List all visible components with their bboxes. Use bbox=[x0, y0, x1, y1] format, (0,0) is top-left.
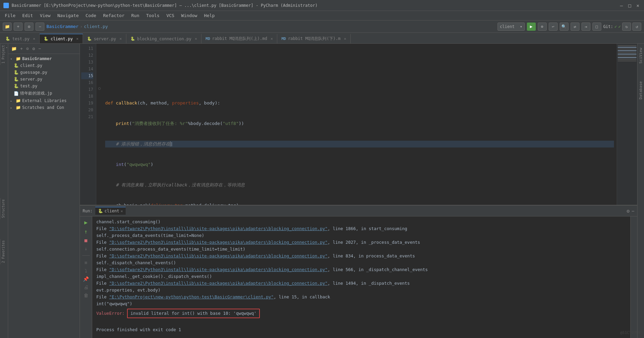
maximize-button[interactable]: □ bbox=[627, 3, 632, 8]
proj-btn-folder[interactable]: 📁 bbox=[10, 45, 18, 52]
proj-btn-collapse[interactable]: − bbox=[37, 45, 42, 52]
nav-btn-2[interactable]: ↩ bbox=[549, 23, 558, 31]
git-check2[interactable]: ✓ bbox=[618, 24, 621, 29]
run-link-2[interactable]: "D:\software2\Python3\install\lib\site-p… bbox=[109, 240, 328, 245]
tree-icon-guessage: 🐍 bbox=[14, 70, 19, 75]
structure-activity-label[interactable]: Structure bbox=[0, 198, 6, 219]
menu-view[interactable]: View bbox=[37, 12, 54, 19]
menu-run[interactable]: Run bbox=[128, 12, 143, 19]
run-link-4[interactable]: "D:\software2\Python3\install\lib\site-p… bbox=[109, 267, 328, 272]
menu-help[interactable]: Help bbox=[201, 12, 218, 19]
tab-icon-client: 🐍 bbox=[44, 37, 48, 41]
tab-close-md2[interactable]: ✕ bbox=[344, 37, 346, 41]
gutter-18 bbox=[96, 93, 102, 100]
breadcrumb-file[interactable]: client.py bbox=[84, 24, 108, 29]
proj-btn-scroll[interactable]: ⊙ bbox=[25, 45, 30, 52]
menu-edit[interactable]: Edit bbox=[19, 12, 36, 19]
tab-close-md1[interactable]: ✕ bbox=[271, 37, 273, 41]
nav-settings-btn[interactable]: ⚙ bbox=[25, 23, 33, 31]
run-link-1[interactable]: "D:\software2\Python3\install\lib\site-p… bbox=[109, 226, 328, 231]
minimize-button[interactable]: — bbox=[619, 3, 624, 8]
favorites-activity-label[interactable]: 2 Favorites bbox=[0, 239, 6, 264]
nav-btn-8[interactable]: ↺ bbox=[632, 23, 641, 31]
run-link-6[interactable]: "E:\PythonProject\new-python\python-test… bbox=[109, 294, 274, 299]
tree-item-test[interactable]: 🐍 test.py bbox=[8, 83, 80, 89]
run-line-3: File "D:\software2\Python3\install\lib\s… bbox=[96, 239, 626, 246]
nav-folder-btn[interactable]: 📁 bbox=[3, 23, 12, 31]
run-up-btn[interactable]: ↑ bbox=[84, 228, 88, 235]
nav-minus-btn[interactable]: − bbox=[36, 23, 44, 31]
run-tab-client[interactable]: 🐍 client ✕ bbox=[95, 207, 126, 215]
menu-navigate[interactable]: Navigate bbox=[54, 12, 82, 19]
tree-folder-icon-root: 📁 bbox=[16, 56, 21, 61]
run-config-dropdown[interactable]: ▾ bbox=[520, 24, 522, 29]
run-list-btn[interactable]: ≡ bbox=[84, 260, 87, 265]
breadcrumb-root[interactable]: BasicGrammer bbox=[46, 24, 79, 29]
tab-close-client[interactable]: ✕ bbox=[76, 37, 79, 41]
git-check1[interactable]: ✓ bbox=[615, 24, 617, 29]
code-line-18: ch.basic_ack(delivery_tag=method.deliver… bbox=[105, 202, 614, 205]
tab-close-test[interactable]: ✕ bbox=[33, 37, 36, 41]
run-close-btn[interactable]: − bbox=[632, 208, 634, 214]
code-content[interactable]: def callback(ch, method, properties, bod… bbox=[102, 44, 617, 205]
tab-rabbit-md2[interactable]: MD rabbit MQ消息队列(下).m ✕ bbox=[277, 34, 351, 43]
tree-item-client[interactable]: 🐍 client.py bbox=[8, 62, 80, 69]
run-wrap-btn[interactable]: ⤵ bbox=[85, 268, 87, 273]
proj-btn-add[interactable]: + bbox=[19, 45, 24, 52]
nav-btn-1[interactable]: ⊕ bbox=[538, 23, 547, 31]
tab-label-blocking: blocking_connection.py bbox=[137, 37, 192, 41]
tab-test-py[interactable]: 🐍 test.py ✕ bbox=[1, 34, 40, 43]
gutter-17: ◯ bbox=[96, 86, 102, 93]
tree-item-game[interactable]: 📄 猜年龄的游戏.jp bbox=[8, 89, 80, 97]
run-button[interactable]: ▶ bbox=[527, 23, 536, 31]
tab-blocking-py[interactable]: 🐍 blocking_connection.py ✕ bbox=[126, 34, 202, 43]
scview-label[interactable]: SciView bbox=[638, 46, 644, 65]
close-button[interactable]: ✕ bbox=[635, 3, 641, 8]
nav-btn-7[interactable]: ↻ bbox=[622, 23, 631, 31]
run-line-7: File "D:\software2\Python3\install\lib\s… bbox=[96, 266, 626, 273]
nav-btn-3[interactable]: 🔍 bbox=[560, 23, 569, 31]
nav-run-config[interactable]: client ▾ bbox=[498, 23, 525, 31]
tree-item-scratches[interactable]: ▸ 📁 Scratches and Con bbox=[8, 104, 80, 111]
nav-btn-5[interactable]: ⇥ bbox=[582, 23, 590, 31]
menu-vcs[interactable]: VCS bbox=[163, 12, 178, 19]
line-num-18: 18 bbox=[81, 93, 93, 100]
project-activity-label[interactable]: 1 Project bbox=[0, 44, 6, 65]
tree-item-ext-libs[interactable]: ▸ 📁 External Libraries bbox=[8, 97, 80, 104]
nav-btn-6[interactable]: □ bbox=[592, 23, 601, 31]
tab-label-md2: rabbit MQ消息队列(下).m bbox=[288, 36, 340, 42]
run-down-btn[interactable]: ↓ bbox=[84, 246, 87, 251]
code-editor[interactable]: 11 12 13 14 15 16 17 18 19 20 21 ◯ bbox=[80, 44, 637, 205]
tab-icon-test: 🐍 bbox=[5, 37, 10, 41]
run-stop-btn[interactable]: ■ bbox=[84, 238, 87, 243]
tab-close-server[interactable]: ✕ bbox=[120, 37, 122, 41]
run-link-3[interactable]: "D:\software2\Python3\install\lib\site-p… bbox=[109, 253, 328, 258]
tab-server-py[interactable]: 🐍 server.py ✕ bbox=[83, 34, 126, 43]
proj-btn-settings[interactable]: ⚙ bbox=[31, 45, 36, 52]
mm-10 bbox=[618, 60, 636, 61]
code-line-14: print("消费者接收到了任务: %r"%body.decode("utf8"… bbox=[105, 120, 614, 127]
tree-item-guessage[interactable]: 🐍 guessage.py bbox=[8, 69, 80, 76]
run-trash-btn[interactable]: 🗑 bbox=[84, 293, 88, 298]
tree-label-guessage: guessage.py bbox=[20, 70, 47, 75]
gutter-21 bbox=[96, 113, 102, 120]
tree-root[interactable]: ▾ 📁 BasicGrammer bbox=[8, 55, 80, 62]
run-pin-btn[interactable]: 📌 bbox=[83, 276, 89, 282]
run-settings-btn[interactable]: ⚙ bbox=[627, 208, 629, 214]
tab-client-py[interactable]: 🐍 client.py ✕ bbox=[40, 34, 83, 43]
tab-close-blocking[interactable]: ✕ bbox=[195, 37, 197, 41]
run-print-btn[interactable]: 🖨 bbox=[84, 284, 88, 290]
database-label[interactable]: Database bbox=[638, 80, 644, 101]
tree-item-server[interactable]: 🐍 server.py bbox=[8, 76, 80, 83]
menu-tools[interactable]: Tools bbox=[143, 12, 163, 19]
menu-window[interactable]: Window bbox=[178, 12, 201, 19]
run-play-btn[interactable]: ▶ bbox=[84, 219, 88, 226]
nav-plus-btn[interactable]: + bbox=[14, 23, 23, 31]
menu-file[interactable]: File bbox=[1, 12, 19, 19]
menu-refactor[interactable]: Refactor bbox=[100, 12, 128, 19]
run-tab-close[interactable]: ✕ bbox=[121, 209, 123, 213]
run-link-5[interactable]: "D:\software2\Python3\install\lib\site-p… bbox=[109, 281, 328, 286]
nav-btn-4[interactable]: ⇄ bbox=[571, 23, 579, 31]
tab-rabbit-md1[interactable]: MD rabbit MQ消息队列(上).md ✕ bbox=[201, 34, 277, 43]
menu-code[interactable]: Code bbox=[82, 12, 100, 19]
